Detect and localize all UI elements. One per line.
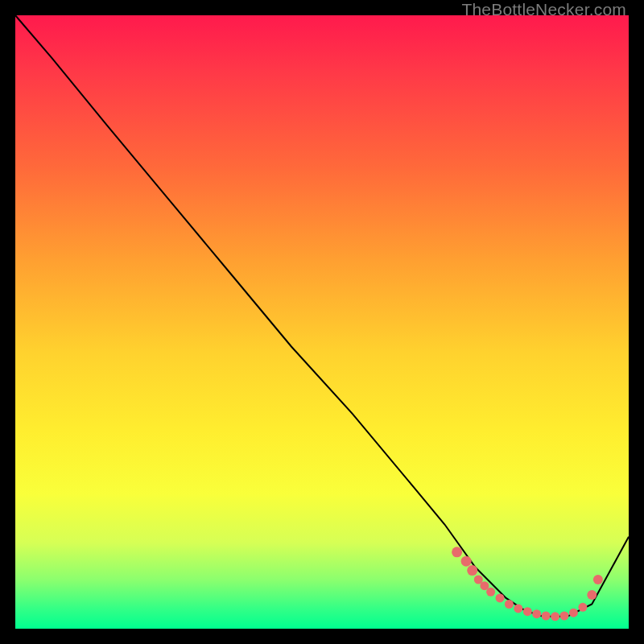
highlight-dot [523, 607, 532, 616]
watermark-text: TheBottleNecker.com [461, 0, 626, 19]
highlight-dot [569, 609, 578, 617]
highlight-dot [551, 612, 559, 621]
highlight-dot [486, 588, 495, 597]
highlight-dot [514, 604, 522, 613]
highlight-dot [578, 603, 587, 612]
bottleneck-curve [15, 15, 629, 617]
highlight-dot [452, 547, 462, 557]
optimal-range-dots [452, 547, 603, 621]
highlight-dot [542, 612, 551, 621]
plot-area [15, 15, 629, 629]
highlight-dot [560, 612, 569, 621]
highlight-dot [593, 575, 603, 584]
highlight-dot [587, 590, 597, 600]
highlight-dot [505, 600, 514, 609]
highlight-dot [496, 593, 505, 602]
chart-stage: TheBottleNecker.com [0, 0, 644, 644]
highlight-dot [467, 565, 477, 576]
highlight-dot [461, 556, 472, 567]
highlight-dot [532, 609, 541, 618]
chart-overlay [15, 15, 629, 629]
